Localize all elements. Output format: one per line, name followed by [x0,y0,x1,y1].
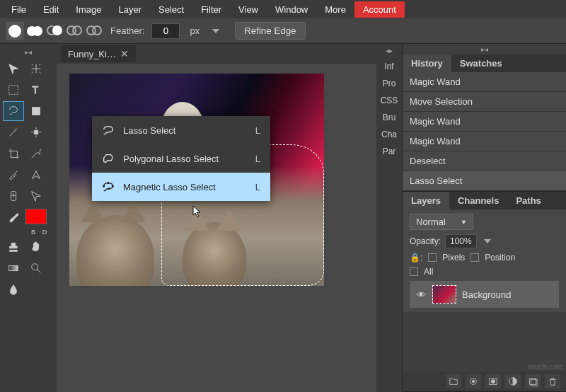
layer-effects-button[interactable] [466,374,481,388]
menu-window[interactable]: Window [267,1,316,18]
dock-paragraph[interactable]: Par [383,146,396,156]
tab-swatches[interactable]: Swatches [451,54,511,72]
menu-select[interactable]: Select [150,1,192,18]
selection-xor-icon[interactable] [85,22,103,40]
swatch-labels: BD [3,229,54,236]
svg-point-9 [472,380,475,383]
history-item[interactable]: Move Selection [403,92,566,112]
zoom-tool[interactable] [25,258,47,278]
lock-pixels-checkbox[interactable] [428,253,437,262]
dock-character[interactable]: Cha [381,129,397,139]
new-folder-button[interactable] [446,374,461,388]
add-mask-button[interactable] [485,374,501,388]
magnetic-lasso-icon [102,181,115,192]
selection-new-icon[interactable] [6,22,24,40]
toolbox: ▸◂ T [0,44,57,392]
history-item[interactable]: Lasso Select [403,171,566,191]
history-item[interactable]: Magic Wand [403,132,566,151]
opacity-dropdown-icon[interactable] [484,239,491,243]
rect-select-tool[interactable] [3,80,24,100]
adjustment-layer-button[interactable] [505,374,521,388]
px-label: px [187,25,202,36]
artboard-tool[interactable] [25,59,47,79]
svg-rect-0 [9,86,18,95]
flyout-label: Lasso Select [123,125,175,136]
brush-tool[interactable] [3,207,24,227]
options-bar: Feather: px Refine Edge [0,18,566,44]
refine-edge-button[interactable]: Refine Edge [235,22,305,40]
history-item[interactable]: Deselect [403,151,566,171]
close-icon[interactable]: ✕ [120,48,129,59]
chevron-down-icon: ▼ [461,219,467,226]
feather-dropdown-icon[interactable] [212,29,219,33]
crop-tool[interactable] [3,144,24,163]
svg-text:T: T [33,84,39,96]
document-area: Funny_Ki… ✕ [57,44,376,392]
path-select-tool[interactable] [25,186,47,206]
delete-layer-button[interactable] [545,374,560,388]
shape-tool[interactable] [25,101,47,121]
pen-tool[interactable] [25,165,47,185]
dock-brush[interactable]: Bru [383,113,396,122]
flyout-shortcut: L [255,154,260,164]
visibility-icon[interactable] [415,289,427,300]
blend-mode-select[interactable]: Normal ▼ [410,214,473,230]
document-tab[interactable]: Funny_Ki… ✕ [61,45,136,62]
history-item[interactable]: Magic Wand [403,72,566,92]
blend-mode-value: Normal [416,217,446,227]
layer-thumbnail [432,285,456,304]
heal-tool[interactable] [3,186,24,206]
history-item[interactable]: Magic Wand [403,112,566,132]
eyedropper-tool[interactable] [3,165,24,185]
layer-item[interactable]: Background [410,281,559,308]
tab-history[interactable]: History [403,54,451,72]
menu-file[interactable]: File [3,1,35,18]
hand-tool[interactable] [25,237,47,257]
menu-view[interactable]: View [230,1,267,18]
magnetic-lasso-option[interactable]: Magnetic Lasso Select L [92,173,270,201]
gradient-tool[interactable] [3,258,24,278]
lasso-tool[interactable] [3,101,24,121]
svg-point-16 [108,183,109,184]
slice-tool[interactable] [25,144,47,163]
menu-image[interactable]: Image [67,1,110,18]
lock-all-checkbox[interactable] [410,267,418,276]
menu-more[interactable]: More [316,1,354,18]
selection-subtract-icon[interactable] [45,22,64,40]
tab-channels[interactable]: Channels [449,192,508,209]
tab-paths[interactable]: Paths [507,192,549,209]
flyout-label: Polygonal Lasso Select [123,154,219,164]
foreground-color-swatch[interactable] [25,209,47,224]
dock-info[interactable]: Inf [384,62,393,71]
opacity-value[interactable]: 100% [445,234,477,248]
blur-tool[interactable] [3,279,24,299]
selection-add-icon[interactable] [25,22,44,40]
menu-layer[interactable]: Layer [110,1,151,18]
canvas[interactable] [57,64,376,392]
stamp-tool[interactable] [3,237,24,257]
panel-dock: ◂▸ Inf Pro CSS Bru Cha Par [376,44,402,392]
move-handle-tool[interactable] [25,122,47,142]
dock-expand-icon[interactable]: ◂▸ [386,47,393,54]
lasso-select-option[interactable]: Lasso Select L [92,116,270,144]
polygonal-lasso-option[interactable]: Polygonal Lasso Select L [92,144,270,173]
magic-wand-tool[interactable] [3,122,24,142]
selection-intersect-icon[interactable] [65,22,83,40]
move-tool[interactable] [3,59,24,79]
polygonal-lasso-icon [102,153,115,164]
menu-account[interactable]: Account [354,1,405,18]
layers-controls: Normal ▼ Opacity: 100% 🔒: Pixels Positio… [403,209,566,312]
lock-position-checkbox[interactable] [470,253,479,262]
menu-filter[interactable]: Filter [192,1,230,18]
dock-css[interactable]: CSS [381,96,398,105]
feather-input[interactable] [151,23,180,39]
svg-rect-5 [9,265,18,270]
tab-layers[interactable]: Layers [403,192,449,209]
menu-edit[interactable]: Edit [35,1,67,18]
lasso-flyout-menu: Lasso Select L Polygonal Lasso Select L … [92,116,270,201]
toolbox-expand-icon[interactable]: ▸◂ [3,47,54,57]
new-layer-button[interactable] [525,374,541,388]
panel-expand-icon[interactable]: ▸◂ [403,44,566,54]
type-tool[interactable]: T [25,80,47,100]
dock-properties[interactable]: Pro [383,79,396,88]
